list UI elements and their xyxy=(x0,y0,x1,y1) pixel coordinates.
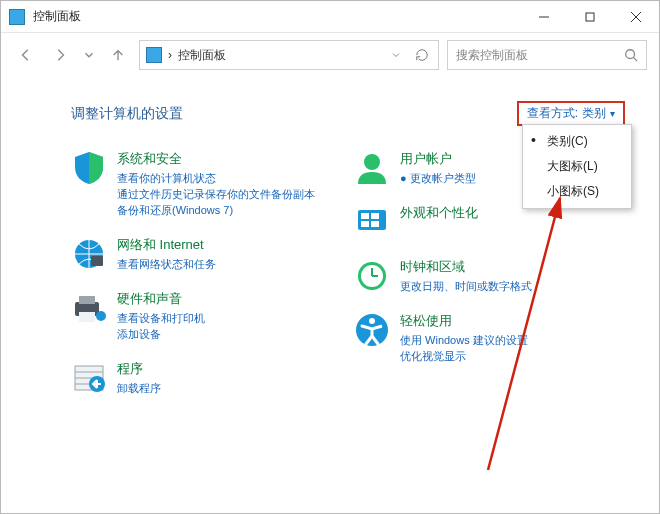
category-title[interactable]: 硬件和声音 xyxy=(117,290,342,308)
category-ease-of-access: 轻松使用 使用 Windows 建议的设置 优化视觉显示 xyxy=(354,312,625,364)
category-link[interactable]: 更改日期、时间或数字格式 xyxy=(400,278,625,294)
chevron-down-icon: ▾ xyxy=(610,108,615,119)
category-title[interactable]: 轻松使用 xyxy=(400,312,625,330)
svg-point-17 xyxy=(364,154,380,170)
svg-rect-1 xyxy=(586,13,594,21)
view-by-label: 查看方式: xyxy=(527,105,578,122)
svg-rect-20 xyxy=(371,213,379,219)
address-bar[interactable]: › 控制面板 xyxy=(139,40,439,70)
address-dropdown[interactable] xyxy=(386,45,406,65)
category-title[interactable]: 时钟和区域 xyxy=(400,258,625,276)
menu-item-small-icons[interactable]: 小图标(S) xyxy=(523,179,631,204)
close-button[interactable] xyxy=(613,1,659,33)
printer-icon xyxy=(71,290,107,326)
svg-point-11 xyxy=(96,311,106,321)
breadcrumb-sep: › xyxy=(168,48,172,62)
page-heading: 调整计算机的设置 xyxy=(71,105,183,123)
forward-button[interactable] xyxy=(47,41,73,69)
svg-rect-21 xyxy=(361,221,369,227)
category-programs: 程序 卸载程序 xyxy=(71,360,342,396)
svg-rect-9 xyxy=(79,296,95,304)
navbar: › 控制面板 搜索控制面板 xyxy=(1,33,659,77)
category-link[interactable]: 查看网络状态和任务 xyxy=(117,256,342,272)
globe-icon xyxy=(71,236,107,272)
clock-icon xyxy=(354,258,390,294)
back-button[interactable] xyxy=(13,41,39,69)
view-by-dropdown[interactable]: 查看方式: 类别 ▾ xyxy=(517,101,625,126)
svg-rect-10 xyxy=(79,312,95,322)
programs-icon xyxy=(71,360,107,396)
view-by-value: 类别 xyxy=(582,105,606,122)
breadcrumb[interactable]: 控制面板 xyxy=(178,47,226,64)
category-title[interactable]: 网络和 Internet xyxy=(117,236,342,254)
up-button[interactable] xyxy=(105,41,131,69)
search-input[interactable]: 搜索控制面板 xyxy=(447,40,647,70)
search-placeholder: 搜索控制面板 xyxy=(456,47,624,64)
category-link[interactable]: 查看你的计算机状态 xyxy=(117,170,342,186)
search-icon xyxy=(624,48,638,62)
window-title: 控制面板 xyxy=(33,8,521,25)
user-icon xyxy=(354,150,390,186)
appearance-icon xyxy=(354,204,390,240)
category-title[interactable]: 程序 xyxy=(117,360,342,378)
category-appearance: 外观和个性化 xyxy=(354,204,625,240)
svg-rect-7 xyxy=(91,256,103,266)
category-link[interactable]: 通过文件历史记录保存你的文件备份副本 xyxy=(117,186,342,202)
category-title[interactable]: 系统和安全 xyxy=(117,150,342,168)
recent-dropdown[interactable] xyxy=(81,41,97,69)
svg-rect-19 xyxy=(361,213,369,219)
category-link[interactable]: 备份和还原(Windows 7) xyxy=(117,202,342,218)
svg-line-5 xyxy=(634,58,638,62)
category-link[interactable]: 查看设备和打印机 xyxy=(117,310,342,326)
category-hardware: 硬件和声音 查看设备和打印机 添加设备 xyxy=(71,290,342,342)
menu-item-category[interactable]: 类别(C) xyxy=(523,129,631,154)
maximize-button[interactable] xyxy=(567,1,613,33)
view-by-menu: 类别(C) 大图标(L) 小图标(S) xyxy=(522,124,632,209)
control-panel-icon xyxy=(9,9,25,25)
titlebar: 控制面板 xyxy=(1,1,659,33)
svg-point-28 xyxy=(369,318,375,324)
category-link[interactable]: 优化视觉显示 xyxy=(400,348,625,364)
category-column-left: 系统和安全 查看你的计算机状态 通过文件历史记录保存你的文件备份副本 备份和还原… xyxy=(71,150,342,396)
menu-item-large-icons[interactable]: 大图标(L) xyxy=(523,154,631,179)
shield-icon xyxy=(71,150,107,186)
category-link[interactable]: 添加设备 xyxy=(117,326,342,342)
accessibility-icon xyxy=(354,312,390,348)
svg-rect-22 xyxy=(371,221,379,227)
svg-point-4 xyxy=(626,50,635,59)
category-link[interactable]: 卸载程序 xyxy=(117,380,342,396)
category-clock-region: 时钟和区域 更改日期、时间或数字格式 xyxy=(354,258,625,294)
refresh-button[interactable] xyxy=(412,45,432,65)
minimize-button[interactable] xyxy=(521,1,567,33)
control-panel-icon xyxy=(146,47,162,63)
category-system-security: 系统和安全 查看你的计算机状态 通过文件历史记录保存你的文件备份副本 备份和还原… xyxy=(71,150,342,218)
category-link[interactable]: 使用 Windows 建议的设置 xyxy=(400,332,625,348)
category-network: 网络和 Internet 查看网络状态和任务 xyxy=(71,236,342,272)
